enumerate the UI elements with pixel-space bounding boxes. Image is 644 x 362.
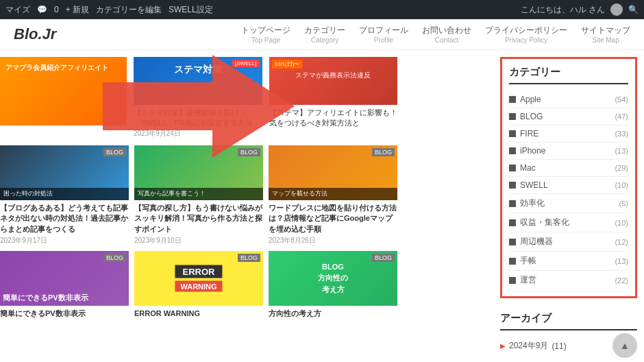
category-item[interactable]: BLOG (47) — [509, 108, 628, 125]
affiliate-post[interactable]: 10/1(日)〜 ステマが義務表示法違反 【ステマ】アフィリエイトに影響も！気を… — [269, 57, 398, 138]
nav-sitemap[interactable]: サイトマップ Site Map — [581, 25, 630, 44]
category-count: (54) — [615, 95, 628, 104]
category-name: iPhone — [520, 146, 545, 156]
blog-card-0[interactable]: BLOG 困った時の対処法 【ブログあるある】どう考えても記事ネタが出ない時の対… — [0, 145, 129, 245]
category-count: (12) — [615, 238, 628, 246]
admin-new-button[interactable]: + 新規 — [66, 4, 89, 16]
main-nav: Blo.Jr トップページ Top Page カテゴリー Category プロ… — [0, 19, 644, 50]
amazon-affiliate-card[interactable]: アマプラ会員紹介アフィリエイト — [0, 57, 127, 125]
category-count: (29) — [615, 164, 628, 172]
category-item[interactable]: 手帳 (13) — [509, 252, 628, 271]
blog-card-3[interactable]: BLOG 簡単にできるPV数非表示 簡単にできるPV数非表示 — [0, 251, 129, 320]
main-posts: アマプラ会員紹介アフィリエイト [SWELL] ステマ対策 【ステマ対策】提携解… — [0, 50, 404, 362]
admin-greeting: こんにちは、ハル さん — [521, 4, 605, 16]
category-item[interactable]: 効率化 (5) — [509, 194, 628, 213]
category-count: (10) — [615, 181, 628, 189]
category-item[interactable]: Mac (29) — [509, 160, 628, 177]
category-item[interactable]: iPhone (13) — [509, 143, 628, 160]
blog-card-2[interactable]: BLOG マップを載せる方法 ワードプレスに地図を貼り付ける方法は？店情報など記… — [269, 145, 397, 245]
admin-swell-settings[interactable]: SWELL設定 — [169, 4, 213, 16]
admin-bar: マイズ 💬 0 + 新規 カテゴリーを編集 SWELL設定 こんにちは、ハル さ… — [0, 0, 644, 19]
category-dot — [509, 147, 516, 154]
category-list: Apple (54) BLOG (47) FIRE (33) iPhone (1… — [509, 91, 628, 289]
category-item[interactable]: 収益・集客化 (10) — [509, 213, 628, 232]
archive-title: アーカイブ — [500, 312, 637, 330]
category-count: (13) — [615, 257, 628, 265]
admin-comment-icon: 💬 — [37, 5, 47, 14]
blog-card-5[interactable]: BLOG BLOG方向性の考え方 方向性の考え方 — [269, 251, 397, 320]
blog-grid-2: BLOG 簡単にできるPV数非表示 簡単にできるPV数非表示 BLOG ERRO… — [0, 251, 397, 320]
category-name: Mac — [520, 163, 536, 173]
admin-avatar — [610, 3, 623, 16]
category-item[interactable]: 運営 (22) — [509, 271, 628, 289]
admin-site-name[interactable]: マイズ — [5, 4, 30, 16]
category-item[interactable]: Apple (54) — [509, 91, 628, 108]
category-name: BLOG — [520, 112, 543, 121]
site-logo[interactable]: Blo.Jr — [14, 25, 56, 43]
admin-search-icon[interactable]: 🔍 — [628, 5, 639, 14]
category-count: (5) — [619, 200, 628, 208]
category-dot — [509, 277, 516, 284]
category-dot — [509, 182, 516, 189]
nav-contact[interactable]: お問い合わせ Contact — [422, 25, 471, 44]
category-dot — [509, 96, 516, 103]
category-dot — [509, 165, 516, 171]
featured-row: アマプラ会員紹介アフィリエイト [SWELL] ステマ対策 【ステマ対策】提携解… — [0, 57, 397, 138]
category-item[interactable]: FIRE (33) — [509, 125, 628, 143]
category-name: 手帳 — [520, 255, 536, 267]
nav-links: トップページ Top Page カテゴリー Category プロフィール Pr… — [241, 25, 630, 44]
category-dot — [509, 239, 516, 245]
archive-label: 2024年9月 — [509, 340, 548, 352]
back-to-top-button[interactable]: ▲ — [612, 333, 637, 358]
category-title: カテゴリー — [509, 66, 628, 84]
admin-edit-category[interactable]: カテゴリーを編集 — [96, 4, 162, 16]
category-name: 収益・集客化 — [520, 217, 569, 228]
category-dot — [509, 219, 516, 226]
nav-privacy[interactable]: プライバシーポリシー Privacy Policy — [485, 25, 567, 44]
blog-grid: BLOG 困った時の対処法 【ブログあるある】どう考えても記事ネタが出ない時の対… — [0, 145, 397, 245]
blog-card-4[interactable]: BLOG ERROR WARNING ERROR WARNING — [134, 251, 263, 320]
category-dot — [509, 258, 516, 265]
category-name: Apple — [520, 95, 541, 104]
category-count: (47) — [615, 112, 628, 121]
category-dot — [509, 113, 516, 120]
admin-comment-count: 0 — [54, 5, 59, 14]
category-count: (10) — [615, 219, 628, 227]
archive-count: (11) — [552, 341, 566, 351]
blog-card-1[interactable]: BLOG 写真から記事を書こう！ 【写真の探し方】もう書けない悩みがスッキリ解消… — [134, 145, 263, 245]
nav-category[interactable]: カテゴリー Category — [304, 25, 345, 44]
category-item[interactable]: 周辺機器 (12) — [509, 232, 628, 252]
category-dot — [509, 130, 516, 137]
category-count: (13) — [615, 147, 628, 155]
sidebar: カテゴリー Apple (54) BLOG (47) FIRE (33) iPh… — [493, 50, 644, 362]
category-name: 周辺機器 — [520, 236, 553, 248]
nav-top-page[interactable]: トップページ Top Page — [241, 25, 290, 44]
content-area: アマプラ会員紹介アフィリエイト [SWELL] ステマ対策 【ステマ対策】提携解… — [0, 50, 644, 362]
category-count: (22) — [615, 276, 628, 285]
category-count: (33) — [615, 130, 628, 138]
category-name: 効率化 — [520, 197, 545, 209]
category-name: 運営 — [520, 274, 536, 286]
stealth-post[interactable]: [SWELL] ステマ対策 【ステマ対策】提携解除を防げ！「SWELL」PR表記… — [134, 57, 262, 138]
category-box: カテゴリー Apple (54) BLOG (47) FIRE (33) iPh… — [500, 57, 637, 298]
category-dot — [509, 200, 516, 207]
chevron-right-icon: ▶ — [500, 342, 506, 350]
category-name: FIRE — [520, 129, 538, 138]
category-name: SWELL — [520, 180, 548, 190]
nav-profile[interactable]: プロフィール Profile — [359, 25, 408, 44]
category-item[interactable]: SWELL (10) — [509, 177, 628, 194]
